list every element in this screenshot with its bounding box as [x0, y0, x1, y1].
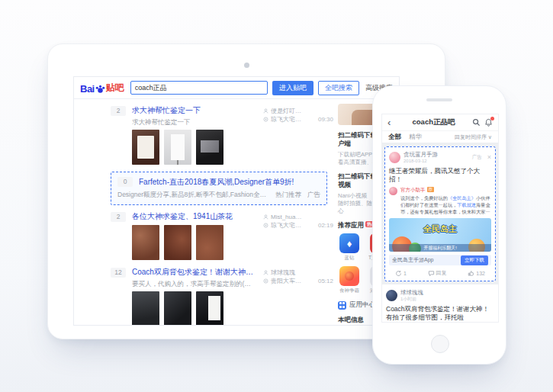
phone-device: ‹ coach正品吧 全部 精华 回复时间排序 ∨ 贪玩蓝月手游 2018-03…	[372, 85, 506, 365]
thread-title-link[interactable]: Coach双肩背包求鉴定！谢谢大神！有拍了很多细节图，拜托啦	[132, 268, 257, 277]
search-results-body: 2 求大神帮忙鉴定一下 求大神帮忙鉴定一下 便是灯叮… 琼飞大宅…09:30	[74, 99, 399, 326]
ad-snippet: Designer额度分享,新品8折,断季不包邮,Fashion全球购折扣,300…	[117, 191, 269, 200]
thread-snippet: 求大神帮忙鉴定一下	[132, 118, 257, 126]
thread-photos	[132, 291, 257, 326]
thread-meta: Mist_hua… 琼飞大宅…02:19	[263, 212, 333, 260]
reply-count-badge: 2	[111, 106, 126, 116]
avatar[interactable]	[386, 290, 397, 301]
thread-title-link[interactable]: 各位大神求鉴定、1941山茶花	[132, 212, 257, 221]
notification-badge	[490, 117, 494, 120]
author-icon	[263, 214, 268, 220]
thread-time: 09:30	[318, 115, 333, 124]
phone-speaker	[426, 98, 452, 101]
thread-photos	[132, 130, 257, 165]
author-icon	[263, 270, 268, 275]
thread-photo[interactable]	[132, 225, 159, 260]
bar-title: coach正品吧	[399, 117, 468, 127]
app-header: ‹ coach正品吧	[382, 114, 498, 130]
thread-photo[interactable]	[196, 291, 223, 326]
paw-icon	[95, 84, 105, 94]
app-blue-diamond[interactable]: ♦ 蓝钻	[338, 233, 361, 262]
result-row: 12 Coach双肩背包求鉴定！谢谢大神！有拍了很多细节图，拜托啦 要买人，代购…	[111, 264, 333, 326]
result-row: 2 求大神帮忙鉴定一下 求大神帮忙鉴定一下 便是灯叮… 琼飞大宅…09:30	[111, 102, 333, 169]
thread-bar[interactable]: 贵阳大车…	[271, 277, 301, 285]
post-stats: 1 回复 132	[389, 269, 491, 277]
back-button[interactable]: ‹	[387, 116, 395, 130]
tieba-app-screen: ‹ coach正品吧 全部 精华 回复时间排序 ∨ 贪玩蓝月手游 2018-03…	[381, 114, 499, 323]
quote-username[interactable]: 官方小助手荐	[400, 187, 491, 193]
thread-time: 02:19	[318, 221, 333, 230]
quote-link[interactable]: 下载就送	[457, 202, 476, 207]
bell-icon[interactable]	[484, 118, 493, 127]
share-button[interactable]: 1	[395, 269, 407, 277]
reply-button[interactable]: 回复	[428, 269, 447, 277]
quoted-reply: 官方小助手荐 说到这个，免费好玩的《全民岛主》小伙伴们都约好了在这里一起玩，下载…	[389, 187, 491, 215]
reply-count-badge: 0	[117, 177, 133, 187]
tablet-camera	[244, 63, 249, 68]
enter-tieba-button[interactable]: 进入贴吧	[272, 81, 313, 95]
feed-post: 球球瑰瑰 1小时前 Coach双肩背包求鉴定！谢谢大神！有拍了很多细节图，拜托啦…	[382, 284, 498, 323]
thread-author[interactable]: 便是灯叮…	[271, 107, 301, 115]
ad-label: 广告	[307, 191, 320, 200]
thread-photos	[132, 225, 257, 260]
app-download-bar: 全民岛主手游App 立即下载	[389, 255, 491, 265]
thread-photo[interactable]	[132, 130, 159, 165]
quote-link[interactable]: 《全民岛主》	[448, 195, 476, 201]
search-icon[interactable]	[472, 118, 481, 127]
ad-date: 2018-03-12	[403, 158, 438, 164]
tieba-logo-text: 贴吧	[106, 82, 124, 95]
thread-photo[interactable]	[196, 225, 223, 260]
promoted-result-row: 0 Farfetch-直击2018春夏风潮,Designer首单9折! Desi…	[111, 172, 327, 205]
result-list: 2 求大神帮忙鉴定一下 求大神帮忙鉴定一下 便是灯叮… 琼飞大宅…09:30	[111, 102, 333, 326]
thread-snippet: 要买人，代购入的，求高手帮鉴定别的(图源了，请大神帮忙看一下链接)	[132, 280, 257, 288]
game-ad-banner[interactable]: 全民岛主 开服福利乐翻天!	[389, 218, 491, 252]
result-row: 2 各位大神求鉴定、1941山茶花 Mist_hua… 琼飞大宅…02:19	[111, 208, 333, 264]
banner-game-title: 全民岛主	[389, 223, 491, 235]
avatar[interactable]	[389, 187, 397, 195]
thread-author[interactable]: Mist_hua…	[271, 213, 301, 221]
quote-badge: 荐	[427, 187, 435, 192]
sort-order-dropdown[interactable]: 回复时间排序 ∨	[455, 133, 492, 141]
thread-photo[interactable]	[132, 291, 159, 326]
bar-icon	[263, 117, 268, 122]
close-icon[interactable]: ×	[487, 154, 491, 161]
thread-bar[interactable]: 琼飞大宅…	[271, 115, 301, 124]
avatar[interactable]	[389, 152, 400, 163]
baidu-tieba-logo[interactable]: Bai 贴吧	[80, 82, 124, 95]
tab-all[interactable]: 全部	[388, 133, 401, 142]
thread-photo[interactable]	[164, 291, 191, 326]
ad-label: 广告	[472, 154, 482, 161]
app-name: 全民岛主手游App	[392, 256, 461, 264]
hot-recommend-tag: 热门推荐	[275, 191, 301, 200]
quote-text: 说到这个，免费好玩的《全民岛主》小伙伴们都约好了在这里一起玩，下载就送海量金币，…	[400, 194, 491, 215]
thread-bar[interactable]: 琼飞大宅…	[271, 221, 301, 230]
download-button[interactable]: 立即下载	[461, 255, 488, 265]
thread-photo[interactable]	[196, 130, 223, 165]
tab-digest[interactable]: 精华	[409, 133, 422, 142]
home-button[interactable]	[431, 335, 449, 353]
ad-post-title[interactable]: 继王者荣耀后，腾讯又憋了个大招！	[389, 167, 491, 184]
fruit-icon	[339, 266, 359, 286]
search-input[interactable]	[130, 81, 268, 95]
banner-tagline: 开服福利乐翻天!	[389, 244, 491, 252]
thread-photo[interactable]	[164, 225, 191, 260]
diamond-icon: ♦	[339, 233, 359, 253]
all-tieba-search-button[interactable]: 全吧搜索	[318, 81, 359, 95]
tieba-search-page: Bai 贴吧 进入贴吧 全吧搜索 高级搜索 2 求大神帮忙鉴定一下 求大神帮忙鉴…	[73, 76, 400, 326]
app-center-icon	[338, 301, 346, 310]
tieba-search-header: Bai 贴吧 进入贴吧 全吧搜索 高级搜索	[74, 77, 399, 99]
post-username[interactable]: 球球瑰瑰	[400, 289, 423, 296]
thread-photo[interactable]	[164, 130, 191, 165]
like-button[interactable]: 132	[468, 269, 485, 277]
app-food-battle[interactable]: 食神争霸	[338, 266, 361, 294]
post-text[interactable]: Coach双肩背包求鉴定！谢谢大神！有拍了很多细节图，拜托啦	[386, 305, 494, 322]
thread-title-link[interactable]: 求大神帮忙鉴定一下	[132, 106, 257, 115]
bar-icon	[263, 278, 268, 284]
author-icon	[263, 108, 268, 114]
feed-tabs: 全部 精华 回复时间排序 ∨	[382, 130, 498, 143]
thread-author[interactable]: 球球瑰瑰	[271, 268, 295, 277]
reply-count-badge: 2	[111, 212, 126, 222]
ad-username[interactable]: 贪玩蓝月手游	[403, 151, 438, 158]
ad-title-link[interactable]: Farfetch-直击2018春夏风潮,Designer首单9折!	[139, 178, 320, 187]
thread-time: 05:12	[318, 277, 333, 285]
